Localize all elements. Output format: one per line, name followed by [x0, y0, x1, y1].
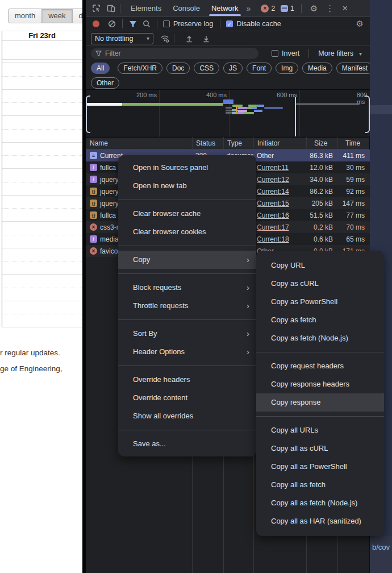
- chip-media[interactable]: Media: [302, 63, 332, 74]
- column-header-status[interactable]: Status: [192, 139, 223, 147]
- initiator-link[interactable]: Current:14: [253, 188, 306, 196]
- chip-other[interactable]: Other: [91, 77, 119, 89]
- submenu-arrow-icon: ›: [247, 279, 249, 297]
- disable-cache-label[interactable]: Disable cache: [236, 20, 281, 28]
- throttling-select[interactable]: No throttling ▾: [91, 33, 153, 44]
- week-view-button[interactable]: week: [42, 9, 72, 23]
- more-tabs-icon[interactable]: »: [244, 4, 253, 13]
- chip-doc[interactable]: Doc: [166, 63, 190, 74]
- menu-item-save-as[interactable]: Save as...: [118, 435, 256, 453]
- preserve-log-checkbox[interactable]: [163, 20, 170, 27]
- month-view-button[interactable]: month: [8, 9, 42, 23]
- invert-label[interactable]: Invert: [282, 49, 299, 57]
- filter-toolbar: Filter Invert More filters ▾: [86, 46, 370, 61]
- message-badge-icon[interactable]: [281, 5, 288, 12]
- menu-item-override-headers[interactable]: Override headers: [118, 371, 256, 389]
- invert-checkbox[interactable]: [272, 50, 278, 57]
- chip-css[interactable]: CSS: [194, 63, 219, 74]
- calendar-allday-cell[interactable]: [2, 40, 82, 60]
- throttling-toolbar: No throttling ▾: [86, 31, 370, 46]
- menu-item-copy-as-curl[interactable]: Copy as cURL: [256, 275, 384, 293]
- menu-item-copy-as-powershell[interactable]: Copy as PowerShell: [256, 293, 384, 311]
- kebab-menu-icon[interactable]: ⋮: [322, 3, 338, 14]
- tab-console[interactable]: Console: [167, 0, 206, 16]
- menu-item-show-all-overrides[interactable]: Show all overrides: [118, 407, 256, 425]
- chip-fetch-xhr[interactable]: Fetch/XHR: [118, 63, 162, 74]
- menu-item-copy-all-as-har[interactable]: Copy all as HAR (sanitized): [256, 512, 384, 530]
- menu-item-copy-as-fetch-node[interactable]: Copy as fetch (Node.js): [256, 329, 384, 347]
- stylesheet-icon: /: [90, 164, 97, 171]
- initiator-link[interactable]: Current:11: [253, 164, 306, 172]
- menu-item-header-options[interactable]: Header Options›: [118, 343, 256, 361]
- column-header-time[interactable]: Time: [337, 139, 369, 147]
- menu-item-copy-all-as-fetch[interactable]: Copy all as fetch: [256, 476, 384, 494]
- column-header-type[interactable]: Type: [223, 139, 253, 147]
- menu-item-clear-browser-cache[interactable]: Clear browser cache: [118, 205, 256, 223]
- disable-cache-checkbox[interactable]: ✓: [226, 20, 233, 27]
- network-conditions-icon[interactable]: [160, 34, 169, 43]
- menu-item-copy-response-headers[interactable]: Copy response headers: [256, 375, 384, 393]
- initiator-link[interactable]: Current:18: [253, 235, 306, 243]
- menu-item-copy-request-headers[interactable]: Copy request headers: [256, 357, 384, 375]
- chip-js[interactable]: JS: [223, 63, 243, 74]
- inspect-element-icon[interactable]: [91, 4, 101, 13]
- menu-item-throttle-requests[interactable]: Throttle requests›: [118, 297, 256, 315]
- error-count[interactable]: 2: [271, 5, 275, 13]
- initiator-link[interactable]: Current:12: [253, 176, 306, 184]
- scrollbar-thumb[interactable]: [370, 105, 392, 114]
- menu-separator: [256, 352, 384, 352]
- chip-font[interactable]: Font: [247, 63, 272, 74]
- waterfall-bar: [264, 107, 283, 109]
- overview-left-handle[interactable]: [86, 96, 90, 133]
- copy-submenu: Copy URL Copy as cURL Copy as PowerShell…: [256, 251, 384, 536]
- clear-network-log-icon[interactable]: [107, 19, 116, 28]
- menu-item-open-in-new-tab[interactable]: Open in new tab: [118, 177, 256, 195]
- column-header-size[interactable]: Size: [306, 139, 337, 147]
- menu-item-override-content[interactable]: Override content: [118, 389, 256, 407]
- filter-funnel-icon[interactable]: [128, 19, 137, 28]
- tab-network[interactable]: Network: [206, 0, 244, 16]
- network-settings-gear-icon[interactable]: ⚙: [352, 19, 368, 29]
- chip-all[interactable]: All: [91, 63, 110, 74]
- menu-item-sort-by[interactable]: Sort By›: [118, 325, 256, 343]
- overview-right-handle[interactable]: [365, 96, 370, 133]
- menu-item-copy-url[interactable]: Copy URL: [256, 256, 384, 275]
- initiator-link[interactable]: Current:15: [253, 200, 306, 207]
- error-badge-icon[interactable]: ×: [261, 5, 269, 13]
- menu-item-copy-all-urls[interactable]: Copy all URLs: [256, 421, 384, 439]
- device-toolbar-icon[interactable]: [106, 4, 115, 13]
- tab-elements[interactable]: Elements: [125, 0, 167, 16]
- settings-gear-icon[interactable]: ⚙: [306, 3, 322, 14]
- search-icon[interactable]: [142, 19, 151, 28]
- divider: [122, 19, 123, 28]
- chip-img[interactable]: Img: [276, 63, 298, 74]
- message-count[interactable]: 1: [290, 5, 294, 13]
- preserve-log-label[interactable]: Preserve log: [173, 20, 213, 28]
- menu-item-clear-browser-cookies[interactable]: Clear browser cookies: [118, 223, 256, 241]
- menu-item-block-requests[interactable]: Block requests›: [118, 279, 256, 297]
- initiator-link[interactable]: Current:17: [253, 223, 306, 231]
- menu-separator: [118, 200, 256, 200]
- network-context-menu: Open in Sources panel Open in new tab Cl…: [118, 155, 256, 456]
- chip-manifest[interactable]: Manifest: [336, 63, 373, 74]
- column-header-name[interactable]: Name: [86, 139, 192, 147]
- more-filters-button[interactable]: More filters: [318, 49, 353, 57]
- close-devtools-icon[interactable]: ×: [338, 3, 352, 14]
- record-network-log-icon[interactable]: [93, 20, 99, 27]
- column-header-initiator[interactable]: Initiator: [253, 139, 306, 147]
- waterfall-bar: [244, 112, 254, 114]
- submenu-arrow-icon: ›: [247, 297, 249, 315]
- menu-item-copy-all-as-curl[interactable]: Copy all as cURL: [256, 439, 384, 458]
- menu-item-copy-all-as-powershell[interactable]: Copy all as PowerShell: [256, 458, 384, 476]
- menu-item-open-in-sources[interactable]: Open in Sources panel: [118, 159, 256, 177]
- import-har-icon[interactable]: [185, 34, 194, 43]
- menu-item-copy-as-fetch[interactable]: Copy as fetch: [256, 311, 384, 329]
- menu-item-copy-response[interactable]: Copy response: [256, 393, 384, 412]
- menu-item-copy[interactable]: Copy›: [118, 251, 256, 269]
- initiator-link[interactable]: Current:16: [253, 211, 306, 219]
- calendar-hour-grid[interactable]: [2, 63, 82, 327]
- menu-item-copy-all-as-fetch-node[interactable]: Copy all as fetch (Node.js): [256, 494, 384, 512]
- network-overview-timeline[interactable]: 200 ms 400 ms 600 ms 800 ms: [86, 90, 370, 136]
- filter-input[interactable]: Filter: [91, 48, 258, 59]
- export-har-icon[interactable]: [202, 34, 211, 43]
